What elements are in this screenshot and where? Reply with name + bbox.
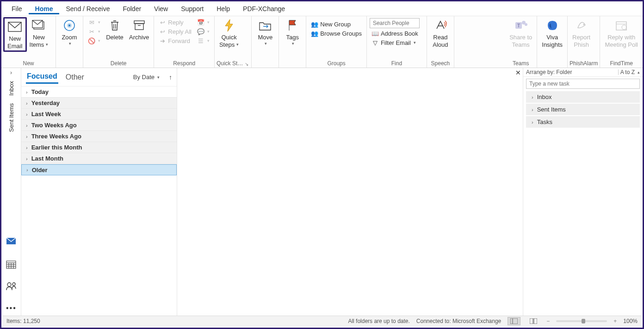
content-area: › Inbox Sent Items ••• Focused Other By … [1,68,643,317]
menu-view[interactable]: View [148,3,174,14]
reply-meeting-poll-button[interactable]: Reply with Meeting Poll [602,17,641,49]
group-label-find: Find [369,59,425,68]
new-email-label-2: Email [7,43,23,50]
chevron-down-icon: ▾ [46,42,48,47]
viva-insights-button[interactable]: Viva Insights [539,17,565,49]
dialog-launcher-icon[interactable]: ↘ [245,62,249,68]
arrange-by-label[interactable]: Arrange by: Folder [526,69,572,75]
mail-module-icon[interactable] [6,237,16,248]
more-respond-button[interactable]: ☰▾ [195,37,211,45]
todo-folder-tasks[interactable]: ›Tasks [526,116,640,128]
menu-folder[interactable]: Folder [116,3,148,14]
read-aloud-button[interactable]: Read Aloud [429,17,452,49]
chevron-right-icon: › [532,107,533,112]
zoom-in-button[interactable]: + [613,318,617,324]
group-label-delete: Delete [85,59,152,68]
chevron-down-icon: ▾ [157,75,160,80]
junk-button[interactable]: 🚫▾ [86,37,102,45]
group-label-teams: Teams [507,59,535,68]
teams-icon: T [514,18,528,33]
tab-focused[interactable]: Focused [26,70,58,84]
meeting-poll-icon [614,18,629,33]
viva-label-2: Insights [542,41,563,49]
new-group-button[interactable]: 👥New Group [309,20,364,28]
archive-button[interactable]: Archive [126,17,152,42]
chevron-up-icon: ▴ [638,70,640,74]
menu-support[interactable]: Support [174,3,210,14]
forward-button[interactable]: ➔Forward [157,37,193,45]
report-phish-button[interactable]: Report Phish [570,17,593,49]
share-to-teams-button[interactable]: T Share to Teams [507,17,535,49]
zoom-slider[interactable] [556,320,607,322]
share-teams-label-1: Share to [509,34,532,41]
view-reading-button[interactable] [527,317,540,325]
meeting-button[interactable]: 📅▾ [195,18,211,26]
ignore-button[interactable]: ✉▾ [86,18,102,26]
sort-direction-button[interactable]: ↑ [169,74,172,81]
viva-label-1: Viva [546,34,558,41]
report-phish-label-1: Report [572,34,590,41]
block-icon: 🚫 [88,37,95,44]
menu-send-receive[interactable]: Send / Receive [59,3,116,14]
group-last-month[interactable]: ›Last Month [21,153,177,164]
tags-button[interactable]: Tags ▾ [281,17,304,47]
people-module-icon[interactable] [6,282,16,292]
sort-by-date[interactable]: By Date▾ [133,74,160,81]
todo-folder-inbox[interactable]: ›Inbox [526,91,640,103]
zoom-label: Zoom [62,34,77,41]
chevron-right-icon: › [26,123,28,128]
menu-home[interactable]: Home [29,3,60,14]
ribbon-group-speech: Read Aloud Speech [427,16,454,68]
more-respond-icon: ☰ [197,37,204,44]
more-modules-icon[interactable]: ••• [6,304,16,314]
svg-rect-6 [134,21,144,24]
group-last-week[interactable]: ›Last Week [21,109,177,120]
group-three-weeks-ago[interactable]: ›Three Weeks Ago [21,131,177,142]
rail-inbox[interactable]: Inbox [8,77,15,99]
group-today[interactable]: ›Today [21,87,177,98]
todo-sort[interactable]: A to Z [620,69,635,75]
zoom-button[interactable]: Zoom ▾ [58,17,81,47]
im-button[interactable]: 💬▾ [195,27,211,36]
group-label-zoom [58,59,81,68]
group-yesterday[interactable]: ›Yesterday [21,98,177,109]
expand-rail-button[interactable]: › [1,68,21,77]
svg-rect-28 [510,318,518,324]
todo-folder-sent[interactable]: ›Sent Items [526,104,640,115]
delete-button[interactable]: Delete [103,17,126,42]
view-normal-button[interactable] [508,317,520,325]
calendar-module-icon[interactable] [6,260,16,270]
broom-icon: ✂ [88,28,95,35]
new-items-label-2: Items [30,41,44,49]
menu-file[interactable]: File [5,3,29,14]
svg-rect-14 [616,22,626,30]
lightning-icon [222,18,236,33]
reply-all-button[interactable]: ↩Reply All [157,27,193,36]
filter-email-button[interactable]: ▽Filter Email▾ [370,38,420,47]
read-aloud-icon [433,18,448,33]
move-button[interactable]: Move ▾ [254,17,277,47]
cleanup-button[interactable]: ✂▾ [86,27,102,36]
menu-help[interactable]: Help [210,3,236,14]
browse-groups-button[interactable]: 👥Browse Groups [309,29,364,37]
quick-steps-button[interactable]: Quick Steps▾ [217,17,242,49]
rail-sent-items[interactable]: Sent Items [8,99,15,136]
address-book-button[interactable]: 📖Address Book [370,29,420,37]
tab-other[interactable]: Other [65,71,85,83]
chevron-right-icon: › [26,156,28,161]
close-todo-button[interactable]: ✕ [515,69,521,76]
meeting-poll-label-1: Reply with [607,34,635,41]
menu-pdf-xchange[interactable]: PDF-XChange [236,3,291,14]
svg-point-26 [7,283,11,286]
new-email-button[interactable]: New Email [3,17,27,52]
group-older[interactable]: ›Older [21,164,177,175]
search-people-input[interactable] [370,18,420,28]
reply-button[interactable]: ↩Reply [157,18,193,26]
zoom-out-button[interactable]: − [546,318,550,324]
new-task-input[interactable] [526,79,640,89]
ribbon-group-tags: Tags ▾ [279,16,306,68]
new-items-button[interactable]: New Items ▾ [27,17,51,49]
zoom-level: 100% [623,318,638,324]
group-earlier-this-month[interactable]: ›Earlier this Month [21,142,177,153]
group-two-weeks-ago[interactable]: ›Two Weeks Ago [21,120,177,131]
